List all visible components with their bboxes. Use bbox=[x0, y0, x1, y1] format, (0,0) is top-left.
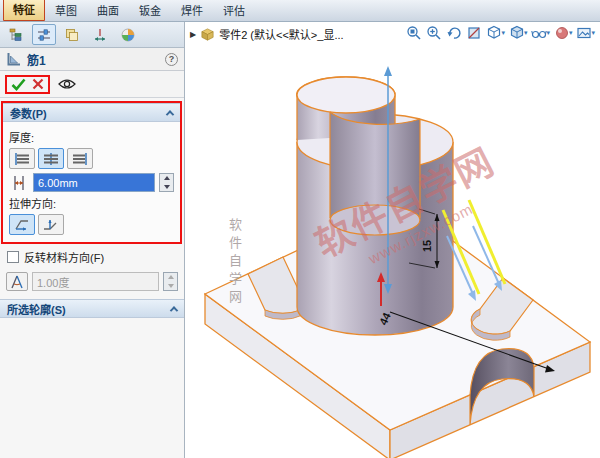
part-tree-title[interactable]: 零件2 (默认<<默认>_显... bbox=[219, 26, 343, 42]
display-manager-icon bbox=[120, 27, 136, 43]
property-manager-panel: 筋1 ? bbox=[0, 22, 185, 458]
zoom-fit-button[interactable] bbox=[405, 25, 423, 41]
tab-evaluate[interactable]: 评估 bbox=[213, 0, 255, 21]
feature-tree-tab[interactable] bbox=[4, 24, 28, 45]
tab-sketch[interactable]: 草图 bbox=[45, 0, 87, 21]
parameters-header-label: 参数(P) bbox=[10, 105, 47, 121]
slot-floor[interactable] bbox=[330, 205, 420, 235]
scene-icon bbox=[576, 25, 592, 41]
annotation-box-parameters: 参数(P) 厚度: bbox=[1, 101, 182, 244]
eye-icon bbox=[58, 78, 76, 90]
tab-features[interactable]: 特征 bbox=[3, 0, 45, 21]
dropdown-caret-icon: ▾ bbox=[569, 29, 573, 37]
dropdown-caret-icon: ▾ bbox=[591, 29, 595, 37]
thickness-second-side-button[interactable] bbox=[67, 148, 93, 169]
section-view-icon bbox=[466, 25, 482, 41]
selected-contours-header[interactable]: 所选轮廓(S) bbox=[0, 299, 184, 318]
draft-angle-field: 1.00度 bbox=[32, 272, 159, 291]
dimxpert-icon bbox=[92, 27, 108, 43]
preview-eye-button[interactable] bbox=[58, 78, 76, 90]
direction-normal-button[interactable] bbox=[38, 214, 64, 235]
draft-row: 1.00度 bbox=[0, 267, 184, 299]
normal-to-sketch-icon bbox=[42, 218, 60, 232]
hide-show-items-button[interactable]: ▾ bbox=[530, 25, 551, 41]
zoom-area-button[interactable] bbox=[425, 25, 443, 41]
dimxpert-manager-tab[interactable] bbox=[88, 24, 112, 45]
annotation-box-ok-cancel bbox=[5, 75, 50, 94]
feature-title-row: 筋1 ? bbox=[0, 48, 184, 71]
dropdown-caret-icon: ▾ bbox=[501, 29, 505, 37]
previous-view-icon bbox=[446, 25, 462, 41]
configuration-manager-tab[interactable] bbox=[60, 24, 84, 45]
feature-tree-icon bbox=[8, 27, 24, 43]
draft-toggle-button[interactable] bbox=[6, 272, 28, 291]
display-manager-tab[interactable] bbox=[116, 24, 140, 45]
parameters-body: 厚度: bbox=[3, 122, 180, 242]
display-style-button[interactable]: ▾ bbox=[508, 25, 529, 41]
selected-contours-label: 所选轮廓(S) bbox=[7, 301, 66, 317]
parameters-section-header[interactable]: 参数(P) bbox=[3, 103, 180, 122]
draft-angle-value: 1.00度 bbox=[37, 274, 69, 290]
contours-chevron-icon bbox=[170, 306, 178, 314]
edit-appearance-button[interactable]: ▾ bbox=[553, 25, 574, 41]
draft-angle-icon bbox=[9, 275, 25, 289]
svg-text:15: 15 bbox=[421, 240, 433, 252]
tab-surfaces[interactable]: 曲面 bbox=[87, 0, 129, 21]
configurations-icon bbox=[64, 27, 80, 43]
flip-material-checkbox[interactable] bbox=[7, 251, 19, 263]
dropdown-caret-icon: ▾ bbox=[546, 29, 550, 37]
previous-view-button[interactable] bbox=[445, 25, 463, 41]
flyout-expand-arrow[interactable]: ▶ bbox=[190, 30, 196, 39]
model-3d[interactable]: 15 44 bbox=[185, 22, 600, 458]
collapse-chevron-icon bbox=[166, 110, 174, 118]
property-manager-icon bbox=[36, 27, 52, 43]
thickness-input-row: 6.00mm bbox=[9, 173, 174, 192]
apply-scene-button[interactable]: ▾ bbox=[575, 25, 596, 41]
flyout-tree-header: ▶ 零件2 (默认<<默认>_显... bbox=[190, 26, 344, 42]
slot-inner-wall[interactable] bbox=[330, 112, 420, 220]
view-orientation-icon bbox=[486, 25, 502, 41]
thickness-both-sides-button[interactable] bbox=[38, 148, 64, 169]
thickness-side-buttons bbox=[9, 148, 174, 169]
graphics-area[interactable]: 15 44 软件自学网 www.rjzxw.com 软件自学网 ▶ bbox=[185, 22, 600, 458]
thickness-value: 6.00mm bbox=[38, 177, 78, 189]
direction-parallel-button[interactable] bbox=[9, 214, 35, 235]
tab-weldments[interactable]: 焊件 bbox=[171, 0, 213, 21]
heads-up-toolbar: ▾ ▾ ▾ bbox=[405, 25, 596, 41]
ok-button[interactable] bbox=[11, 78, 26, 91]
thickness-value-field[interactable]: 6.00mm bbox=[33, 173, 155, 192]
flip-material-row: 反转材料方向(F) bbox=[0, 244, 184, 267]
help-icon[interactable]: ? bbox=[165, 53, 178, 66]
cancel-x-icon bbox=[32, 78, 44, 90]
thickness-spinner[interactable] bbox=[159, 173, 174, 192]
tab-sheet-metal[interactable]: 钣金 bbox=[129, 0, 171, 21]
spinner-up-icon[interactable] bbox=[160, 174, 173, 183]
pm-action-row bbox=[0, 71, 184, 98]
property-manager-tab[interactable] bbox=[32, 24, 56, 45]
view-orientation-button[interactable]: ▾ bbox=[485, 25, 506, 41]
upper-boss-top-face[interactable] bbox=[297, 77, 395, 113]
cancel-button[interactable] bbox=[32, 78, 44, 90]
thickness-second-side-icon bbox=[70, 152, 90, 166]
manager-tab-bar bbox=[0, 22, 184, 48]
dropdown-caret-icon: ▾ bbox=[524, 29, 528, 37]
thickness-first-side-button[interactable] bbox=[9, 148, 35, 169]
flip-material-label: 反转材料方向(F) bbox=[24, 249, 104, 265]
display-style-icon bbox=[509, 25, 525, 41]
zoom-area-icon bbox=[426, 25, 442, 41]
part-icon bbox=[200, 27, 215, 42]
parallel-to-sketch-icon bbox=[13, 218, 31, 232]
feature-title: 筋1 bbox=[27, 51, 160, 68]
check-icon bbox=[11, 78, 26, 91]
extrusion-direction-label: 拉伸方向: bbox=[9, 195, 174, 211]
thickness-first-side-icon bbox=[12, 152, 32, 166]
zoom-fit-icon bbox=[406, 25, 422, 41]
command-manager-tabbar: 特征 草图 曲面 钣金 焊件 评估 bbox=[0, 0, 600, 22]
appearance-ball-icon bbox=[554, 25, 570, 41]
direction-buttons bbox=[9, 214, 174, 235]
section-view-button[interactable] bbox=[465, 25, 483, 41]
glasses-icon bbox=[531, 25, 547, 41]
solidworks-window: 特征 草图 曲面 钣金 焊件 评估 bbox=[0, 0, 600, 458]
spinner-down-icon[interactable] bbox=[160, 183, 173, 192]
rib-thickness-icon bbox=[9, 174, 29, 192]
